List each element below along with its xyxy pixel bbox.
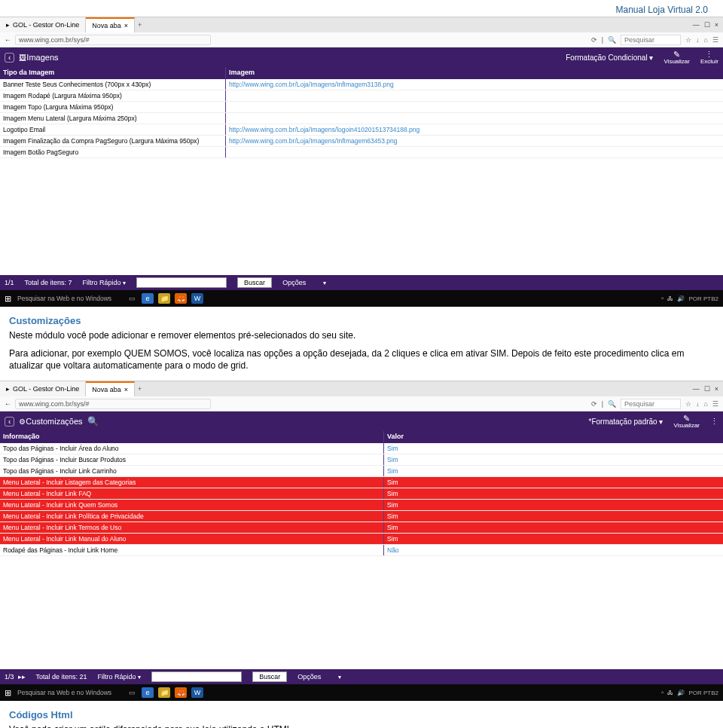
tray-lang[interactable]: POR PTB2 bbox=[688, 295, 718, 302]
tray-lang[interactable]: POR PTB2 bbox=[688, 690, 718, 696]
excluir-action[interactable]: ⋮Excluir bbox=[700, 50, 718, 66]
table-row[interactable]: Topo das Páginas - Incluir Buscar Produt… bbox=[0, 454, 723, 466]
col-valor[interactable]: Valor bbox=[384, 431, 723, 443]
conditional-format-dropdown[interactable]: Formatação Condicional ▾ bbox=[566, 54, 653, 62]
more-action[interactable]: ⋮ bbox=[710, 417, 718, 426]
table-row[interactable]: Topo das Páginas - Incluir Área do Aluno… bbox=[0, 443, 723, 454]
visualizar-action[interactable]: ✎Visualizar bbox=[673, 414, 700, 430]
maximize-icon[interactable]: ☐ bbox=[704, 21, 710, 29]
tray-chevron-icon[interactable]: ^ bbox=[661, 295, 664, 302]
home-icon[interactable]: ☆ bbox=[685, 400, 691, 408]
start-icon[interactable]: ⊞ bbox=[5, 294, 11, 304]
table-row[interactable]: Menu Lateral - Incluir Link Manual do Al… bbox=[0, 534, 723, 545]
total-items: Total de itens: 21 bbox=[36, 673, 87, 681]
search-input[interactable] bbox=[621, 399, 681, 409]
reload-icon[interactable]: ⟳ bbox=[591, 36, 597, 44]
table-row[interactable]: Imagem Menu Lateral (Largura Máxima 250p… bbox=[0, 113, 723, 124]
taskbar-pinned: e 📁 🦊 W bbox=[142, 293, 203, 304]
tray-net-icon[interactable]: 🖧 bbox=[667, 690, 673, 696]
table-row[interactable]: Imagem Rodapé (Largura Máxima 950px) bbox=[0, 90, 723, 102]
start-icon[interactable]: ⊞ bbox=[5, 688, 11, 698]
table-row[interactable]: Menu Lateral - Incluir Listagem das Cate… bbox=[0, 477, 723, 488]
new-tab-button[interactable]: + bbox=[138, 385, 142, 393]
buscar-button[interactable]: Buscar bbox=[252, 671, 287, 682]
close-icon[interactable]: × bbox=[124, 386, 128, 393]
windows-taskbar: ⊞ Pesquisar na Web e no Windows ▭ e 📁 🦊 … bbox=[0, 684, 723, 701]
menu-icon[interactable]: ☰ bbox=[712, 36, 718, 44]
table-row[interactable]: Menu Lateral - Incluir Link Política de … bbox=[0, 511, 723, 522]
table-row[interactable]: Imagem Botão PagSeguro bbox=[0, 147, 723, 158]
taskview-icon[interactable]: ▭ bbox=[129, 689, 136, 696]
opcoes-dropdown[interactable]: Opções ▾ bbox=[297, 673, 341, 681]
download-icon[interactable]: ↓ bbox=[696, 400, 700, 408]
filtro-rapido[interactable]: Filtro Rápido ▾ bbox=[98, 673, 142, 681]
app-icon[interactable]: 🦊 bbox=[175, 293, 187, 304]
close-icon[interactable]: × bbox=[715, 385, 718, 393]
url-field[interactable]: www.wing.com.br/sys/# bbox=[15, 399, 211, 409]
app-icon[interactable]: e bbox=[142, 687, 154, 698]
close-icon[interactable]: × bbox=[124, 22, 128, 29]
browser-tab-1[interactable]: ▸GOL - Gestor On-Line bbox=[0, 17, 86, 32]
buscar-button[interactable]: Buscar bbox=[237, 277, 272, 288]
document-header: Manual Loja Virtual 2.0 bbox=[0, 0, 723, 17]
app-icon[interactable]: 📁 bbox=[158, 687, 170, 698]
tray-chevron-icon[interactable]: ^ bbox=[661, 690, 664, 696]
browser-addressbar: ← www.wing.com.br/sys/# ⟳ | 🔍 ☆ ↓ ⌂ ☰ bbox=[0, 396, 723, 411]
download-icon[interactable]: ↓ bbox=[696, 36, 700, 44]
home-icon[interactable]: ☆ bbox=[685, 36, 691, 44]
paragraph: Você pode criar um estilo diferenciado p… bbox=[9, 723, 714, 728]
back-button[interactable]: ‹ bbox=[5, 417, 14, 427]
menu-icon[interactable]: ☰ bbox=[712, 400, 718, 408]
search-icon[interactable]: 🔍 bbox=[87, 416, 99, 427]
table-row[interactable]: Menu Lateral - Incluir Link FAQSim bbox=[0, 488, 723, 500]
visualizar-action[interactable]: ✎Visualizar bbox=[664, 50, 690, 66]
table-row[interactable]: Banner Teste Seus Conhecimentos (700px x… bbox=[0, 79, 723, 90]
table-row[interactable]: Imagem Topo (Largura Máxima 950px) bbox=[0, 102, 723, 113]
table-row[interactable]: Menu Lateral - Incluir Link Quem SomosSi… bbox=[0, 500, 723, 511]
page-title: Customizações bbox=[26, 417, 82, 426]
app-icon[interactable]: 🦊 bbox=[175, 687, 187, 698]
table-row[interactable]: Menu Lateral - Incluir Link Termos de Us… bbox=[0, 522, 723, 534]
back-icon[interactable]: ← bbox=[5, 36, 11, 44]
taskbar-search[interactable]: Pesquisar na Web e no Windows bbox=[17, 689, 123, 696]
grid-body: Topo das Páginas - Incluir Área do Aluno… bbox=[0, 443, 723, 556]
back-icon[interactable]: ← bbox=[5, 400, 11, 408]
minimize-icon[interactable]: — bbox=[693, 385, 700, 393]
app-icon[interactable]: W bbox=[191, 293, 203, 304]
filtro-rapido[interactable]: Filtro Rápido ▾ bbox=[83, 279, 127, 286]
app-icon[interactable]: W bbox=[191, 687, 203, 698]
grid-header-row: Informação Valor bbox=[0, 431, 723, 443]
tray-vol-icon[interactable]: 🔊 bbox=[677, 295, 685, 302]
close-icon[interactable]: × bbox=[715, 21, 718, 29]
app-toolbar: ‹ ⚙ Customizações 🔍 *Formatação padrão ▾… bbox=[0, 411, 723, 431]
tray-vol-icon[interactable]: 🔊 bbox=[677, 690, 685, 696]
table-row[interactable]: Topo das Páginas - Incluir Link Carrinho… bbox=[0, 466, 723, 477]
app-icon[interactable]: e bbox=[142, 293, 154, 304]
opcoes-dropdown[interactable]: Opções ▾ bbox=[282, 279, 326, 286]
home-icon[interactable]: ⌂ bbox=[704, 400, 708, 408]
col-tipo[interactable]: Tipo da Imagem bbox=[0, 67, 226, 79]
table-row[interactable]: Rodapé das Páginas - Incluir Link HomeNã… bbox=[0, 545, 723, 556]
col-imagem[interactable]: Imagem bbox=[226, 67, 723, 79]
url-field[interactable]: www.wing.com.br/sys/# bbox=[15, 35, 211, 45]
section-customizacoes: Customizações Neste módulo você pode adi… bbox=[0, 307, 723, 381]
col-informacao[interactable]: Informação bbox=[0, 431, 384, 443]
browser-addressbar: ← www.wing.com.br/sys/# ⟳ | 🔍 ☆ ↓ ⌂ ☰ bbox=[0, 32, 723, 47]
table-row[interactable]: Logotipo Emailhttp://www.wing.com.br/Loj… bbox=[0, 124, 723, 136]
format-dropdown[interactable]: *Formatação padrão ▾ bbox=[589, 418, 664, 426]
search-input[interactable] bbox=[621, 35, 681, 45]
taskview-icon[interactable]: ▭ bbox=[129, 295, 136, 302]
new-tab-button[interactable]: + bbox=[138, 21, 142, 29]
app-icon[interactable]: 📁 bbox=[158, 293, 170, 304]
browser-tab-2[interactable]: Nova aba× bbox=[86, 381, 135, 396]
browser-tab-2[interactable]: Nova aba× bbox=[86, 17, 135, 32]
minimize-icon[interactable]: — bbox=[693, 21, 700, 29]
tray-net-icon[interactable]: 🖧 bbox=[667, 295, 673, 302]
maximize-icon[interactable]: ☐ bbox=[704, 385, 710, 393]
taskbar-search[interactable]: Pesquisar na Web e no Windows bbox=[17, 295, 123, 302]
reload-icon[interactable]: ⟳ bbox=[591, 400, 597, 408]
table-row[interactable]: Imagem Finalização da Compra PagSeguro (… bbox=[0, 136, 723, 147]
home-icon[interactable]: ⌂ bbox=[704, 36, 708, 44]
back-button[interactable]: ‹ bbox=[5, 53, 14, 63]
browser-tab-1[interactable]: ▸GOL - Gestor On-Line bbox=[0, 381, 86, 396]
